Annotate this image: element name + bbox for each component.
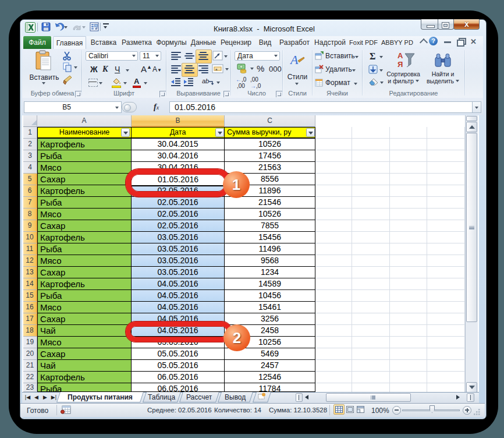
svg-text:Я: Я <box>397 60 403 69</box>
svg-text:ab: ab <box>202 77 209 84</box>
svg-text:A: A <box>290 52 299 66</box>
svg-text:А: А <box>397 51 403 60</box>
